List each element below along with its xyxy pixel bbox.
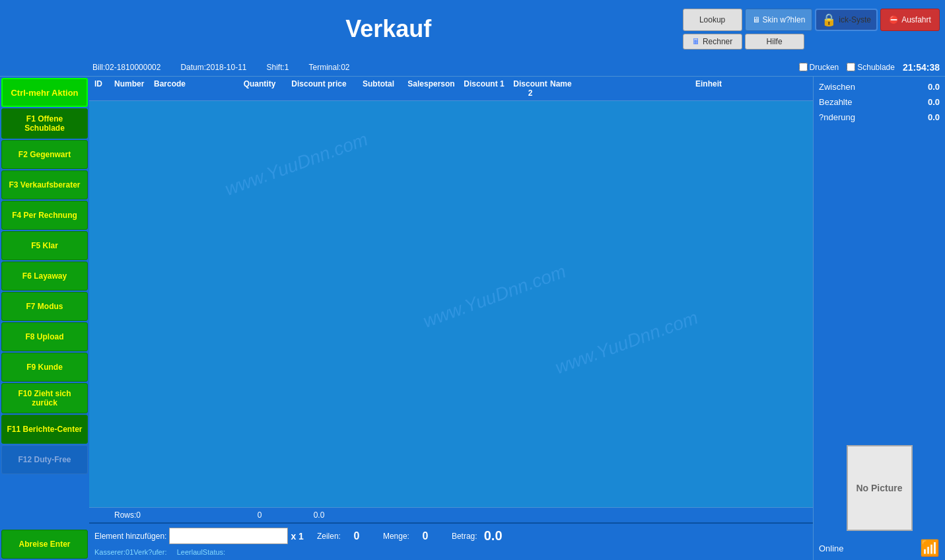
- table-header: ID Number Barcode Quantity Discount pric…: [89, 77, 813, 101]
- drucken-checkbox[interactable]: [799, 63, 808, 71]
- menge-group: Menge: 0: [383, 530, 438, 542]
- multiplier-display: x 1: [291, 531, 303, 542]
- col-discount2-header: Discount 2: [510, 79, 550, 98]
- footer-barcode-spacer: [154, 510, 233, 520]
- footer-rows-label: [94, 510, 114, 520]
- f10-button[interactable]: F10 Zieht sich zurück: [1, 383, 88, 413]
- aenderung-row: ?nderung 0.0: [819, 112, 940, 122]
- ctrl-mehr-button[interactable]: Ctrl-mehr Aktion: [1, 78, 88, 107]
- info-left: Bill:02-1810000002 Datum:2018-10-11 Shif…: [92, 63, 350, 72]
- bezahlte-value: 0.0: [928, 97, 940, 107]
- kasserer-info: Kasserer:01Verk?ufer:: [94, 548, 166, 556]
- lock-icon: 🔒: [822, 13, 836, 27]
- bill-info: Bill:02-1810000002: [92, 63, 160, 72]
- aenderung-value: 0.0: [928, 112, 940, 122]
- online-label: Online: [819, 543, 844, 553]
- col-id-header: ID: [94, 79, 114, 98]
- datum-info: Datum:2018-10-11: [180, 63, 246, 72]
- top-bar: Verkauf Lookup 🖥 Skin w?hlen 🔒 ick-Syste…: [0, 0, 945, 58]
- betrag-value: 0.0: [480, 528, 507, 543]
- watermark-3: www.YuuDnn.com: [552, 307, 701, 378]
- info-row: Bill:02-1810000002 Datum:2018-10-11 Shif…: [0, 58, 945, 77]
- content-area: ID Number Barcode Quantity Discount pric…: [89, 77, 813, 560]
- page-title: Verkauf: [94, 15, 683, 43]
- time-display: 21:54:38: [903, 62, 940, 73]
- schublade-checkbox-label[interactable]: Schublade: [847, 63, 895, 72]
- col-subtotal-header: Subtotal: [352, 79, 405, 98]
- col-name-header: Name: [550, 79, 682, 98]
- footer-subtotal-value: 0.0: [286, 510, 352, 520]
- menge-value: 0: [412, 530, 438, 542]
- element-label: Element hinzufügen:: [94, 532, 166, 541]
- f6-button[interactable]: F6 Layaway: [1, 262, 88, 291]
- ausfahrt-button[interactable]: ⛔ Ausfahrt: [880, 9, 940, 31]
- main-layout: Ctrl-mehr Aktion F1 Offene Schublade F2 …: [0, 77, 945, 560]
- bottom-row2: Kasserer:01Verk?ufer: LeerlaulStatus:: [94, 548, 808, 556]
- calculator-icon: 🖩: [692, 37, 700, 46]
- lookup-button[interactable]: Lookup: [683, 9, 742, 31]
- online-row: Online 📶: [814, 536, 945, 560]
- col-qty-header: Quantity: [233, 79, 286, 98]
- schublade-checkbox[interactable]: [847, 63, 855, 71]
- f9-button[interactable]: F9 Kunde: [1, 353, 88, 382]
- f1-button[interactable]: F1 Offene Schublade: [1, 108, 88, 139]
- element-input-group: Element hinzufügen: x 1: [94, 528, 304, 544]
- footer-rows-count: Rows:0: [114, 510, 154, 520]
- skin-button[interactable]: 🖥 Skin w?hlen: [745, 9, 813, 31]
- betrag-group: Betrag: 0.0: [452, 528, 507, 543]
- status-info: LeerlaulStatus:: [177, 548, 225, 556]
- col-einheit-header: Einheit: [682, 79, 735, 98]
- terminal-info: Terminal:02: [309, 63, 350, 72]
- zwischen-value: 0.0: [928, 82, 940, 92]
- bezahlte-row: Bezahlte 0.0: [819, 97, 940, 107]
- col-discount-price-header: Discount price: [286, 79, 352, 98]
- zeilen-value: 0: [343, 530, 370, 542]
- hilfe-button[interactable]: Hilfe: [745, 34, 804, 50]
- col-discount1-header: Discount 1: [458, 79, 510, 98]
- sidebar: Ctrl-mehr Aktion F1 Offene Schublade F2 …: [0, 77, 89, 560]
- online-icon: 📶: [920, 539, 940, 557]
- right-summary: Zwischen 0.0 Bezahlte 0.0 ?nderung 0.0: [814, 77, 945, 440]
- f2-button[interactable]: F2 Gegenwart: [1, 140, 88, 169]
- f8-button[interactable]: F8 Upload: [1, 322, 88, 351]
- no-picture-box: No Picture: [847, 445, 913, 531]
- aenderung-label: ?nderung: [819, 112, 855, 122]
- watermark-1: www.YuuDnn.com: [222, 129, 370, 200]
- table-body: www.YuuDnn.com www.YuuDnn.com www.YuuDnn…: [89, 101, 813, 507]
- top-buttons: Lookup 🖥 Skin w?hlen 🔒 ick-Syste ⛔ Ausfa…: [683, 9, 940, 50]
- no-picture-text: No Picture: [856, 483, 902, 493]
- abreise-button[interactable]: Abreise Enter: [1, 530, 88, 559]
- watermark-2: www.YuuDnn.com: [420, 261, 569, 332]
- lock-button[interactable]: 🔒 ick-Syste: [815, 9, 878, 31]
- bottom-row1: Element hinzufügen: x 1 Zeilen: 0 Menge:…: [94, 528, 808, 544]
- zwischen-label: Zwischen: [819, 82, 855, 92]
- f7-button[interactable]: F7 Modus: [1, 292, 88, 321]
- col-barcode-header: Barcode: [154, 79, 233, 98]
- col-num-header: Number: [114, 79, 154, 98]
- zeilen-label: Zeilen:: [317, 532, 341, 541]
- zwischen-row: Zwischen 0.0: [819, 82, 940, 92]
- element-input[interactable]: [169, 528, 288, 544]
- menge-label: Menge:: [383, 532, 409, 541]
- bezahlte-label: Bezahlte: [819, 97, 853, 107]
- col-salesperson-header: Salesperson: [405, 79, 458, 98]
- f4-button[interactable]: F4 Per Rechnung: [1, 201, 88, 230]
- right-panel: Zwischen 0.0 Bezahlte 0.0 ?nderung 0.0 N…: [813, 77, 945, 560]
- shift-info: Shift:1: [266, 63, 289, 72]
- monitor-icon: 🖥: [752, 15, 760, 24]
- f3-button[interactable]: F3 Verkaufsberater: [1, 170, 88, 199]
- zeilen-group: Zeilen: 0: [317, 530, 370, 542]
- bottom-area: Element hinzufügen: x 1 Zeilen: 0 Menge:…: [89, 522, 813, 560]
- footer-row: Rows:0 0 0.0: [89, 507, 813, 522]
- f11-button[interactable]: F11 Berichte-Center: [1, 415, 88, 444]
- f5-button[interactable]: F5 Klar: [1, 231, 88, 260]
- footer-qty-value: 0: [233, 510, 286, 520]
- f12-button[interactable]: F12 Duty-Free: [1, 445, 88, 474]
- exit-icon: ⛔: [889, 15, 899, 24]
- drucken-checkbox-label[interactable]: Drucken: [799, 63, 839, 72]
- rechner-button[interactable]: 🖩 Rechner: [683, 34, 742, 50]
- betrag-label: Betrag:: [452, 532, 477, 541]
- info-right: Drucken Schublade 21:54:38: [799, 62, 940, 73]
